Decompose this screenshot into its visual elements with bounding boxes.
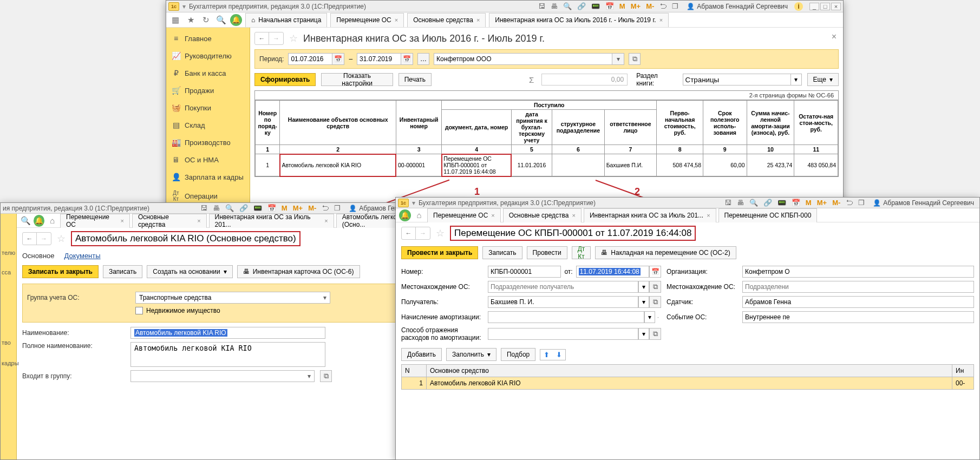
more-button[interactable]: Еще ▾ [807,73,839,86]
back-nav-icon[interactable]: ⮌ [320,204,330,212]
num-input[interactable] [488,266,561,278]
link-icon[interactable]: 🔗 [762,199,774,207]
way-input[interactable] [488,328,638,340]
mminus-icon[interactable]: M- [306,204,318,212]
close-icon[interactable]: × [707,212,710,219]
tab-home[interactable]: ⌂ Начальная страница [245,13,327,27]
back-icon[interactable]: ← [402,227,416,239]
recv-input[interactable] [488,296,638,308]
save-icon[interactable]: 🖫 [537,2,547,10]
nav-lead[interactable]: 📈Руководителю [166,47,250,64]
down-icon[interactable]: ⬇ [554,351,564,359]
link-icon[interactable]: 🔗 [576,2,587,10]
save-icon[interactable]: 🖫 [199,204,209,212]
m-icon[interactable]: M [618,2,627,10]
close-icon[interactable]: × [491,212,494,219]
dropdown-icon[interactable]: ▾ [638,281,649,293]
mplus-icon[interactable]: M+ [291,204,304,212]
close-icon[interactable]: × [831,3,841,10]
nav-purch[interactable]: 🧺Покупки [166,99,250,116]
apps-icon[interactable]: ▦ [169,14,181,26]
fill-button[interactable]: Заполнить ▾ [446,348,496,361]
dropdown-icon[interactable]: ▾ [638,328,649,340]
post-button[interactable]: Провести [527,246,567,259]
print-icon[interactable]: 🖶 [211,204,221,212]
back-icon[interactable]: ← [255,32,269,44]
print-button[interactable]: Печать [398,73,432,86]
section-select[interactable] [683,74,791,86]
date-to-input[interactable] [357,53,401,65]
back-icon[interactable]: ← [23,233,37,245]
settings-button[interactable]: Показать настройки [321,73,393,86]
calendar-icon[interactable]: 📅 [649,266,661,278]
arrow-down-icon[interactable]: ▾ [412,199,415,207]
print-icon[interactable]: 🖶 [549,2,559,10]
calendar-icon[interactable]: 📅 [332,53,344,65]
up-icon[interactable]: ⬆ [541,351,552,359]
windows-icon[interactable]: ❐ [857,199,866,207]
dtkt-button[interactable]: ДтКт [572,246,591,259]
name-input[interactable]: Автомобиль легковой KIA RIO [130,327,325,339]
copy-icon[interactable]: ⧉ [629,53,641,65]
org-input[interactable] [434,53,612,65]
dropdown-icon[interactable]: ▾ [638,296,649,308]
forward-icon[interactable]: → [416,227,430,239]
calendar-icon[interactable]: 📅 [790,199,802,207]
search-icon[interactable]: 🔍 [20,215,31,227]
mplus-icon[interactable]: M+ [815,199,828,207]
user-label[interactable]: 👤 Абрамов Геннадий Сергеевич [683,3,791,10]
nav-os[interactable]: 🖥ОС и НМА [166,151,250,168]
open-icon[interactable]: ⧉ [649,328,661,340]
tab-inv-book[interactable]: Инвентарная книга ОС за Июль 2016 г. - И… [489,13,669,27]
calendar-icon[interactable]: 📅 [266,204,278,212]
user-label[interactable]: 👤 Абрамов Геннадий Сергеевич [870,199,977,207]
save-button[interactable]: Записать [103,265,142,278]
forward-icon[interactable]: → [269,32,283,44]
info-icon[interactable]: i [794,2,803,11]
m-icon[interactable]: M [280,204,289,212]
home-icon[interactable]: ⌂ [413,209,425,221]
save-icon[interactable]: 🖫 [723,199,733,207]
pick-button[interactable]: Подбор [501,348,535,361]
calc-icon[interactable]: 📟 [590,2,602,10]
table-row[interactable]: 1 Автомобиль легковой KIA RIO 00- [402,377,974,390]
close-icon[interactable]: × [395,17,398,23]
dropdown-icon[interactable]: ▾ [644,311,655,323]
loc2-input[interactable] [742,281,974,293]
back-nav-icon[interactable]: ⮌ [844,199,854,207]
open-icon[interactable]: ⧉ [649,296,661,308]
windows-icon[interactable]: ❐ [332,204,342,212]
search-icon[interactable]: 🔍 [215,14,227,26]
close-icon[interactable]: × [476,17,480,23]
invoice-button[interactable]: 🖶 Накладная на перемещение ОС (ОС-2) [595,246,736,259]
bell-icon[interactable]: 🔔 [230,14,242,26]
amort-input[interactable] [488,311,644,323]
nav-sales[interactable]: 🛒Продажи [166,82,250,99]
nav-stock[interactable]: ▤Склад [166,116,250,134]
calc-icon[interactable]: 📟 [776,199,788,207]
tab-os[interactable]: Основные средства× [407,13,486,27]
open-icon[interactable]: ⧉ [320,370,332,382]
windows-icon[interactable]: ❐ [670,2,680,10]
close-icon[interactable]: × [197,218,200,224]
mminus-icon[interactable]: M- [831,199,842,207]
save-button[interactable]: Записать [482,246,522,259]
realestate-checkbox[interactable] [135,307,143,314]
close-icon[interactable]: × [120,218,123,224]
date-from-input[interactable] [288,53,332,65]
close-icon[interactable]: × [659,17,663,23]
tab-main[interactable]: Основное [22,252,55,260]
favorite-icon[interactable]: ☆ [57,233,66,245]
loc-input[interactable] [488,281,638,293]
group-select[interactable]: Транспортные средства▾ [135,292,330,304]
tab[interactable]: Основные средства× [132,214,207,228]
tab[interactable]: Инвентарная книга ОС за Июль 201...× [209,214,334,228]
calc-icon[interactable]: 📟 [252,204,264,212]
nav-main[interactable]: ≡Главное [166,30,250,47]
ingroup-select[interactable]: ▾ [130,370,315,382]
tab[interactable]: Инвентарная книга ОС за Июль 201...× [584,208,716,222]
nav-prod[interactable]: 🏭Производство [166,134,250,151]
bell-icon[interactable]: 🔔 [399,209,411,221]
dropdown-icon[interactable]: ▾ [612,53,624,65]
add-button[interactable]: Добавить [401,348,442,361]
